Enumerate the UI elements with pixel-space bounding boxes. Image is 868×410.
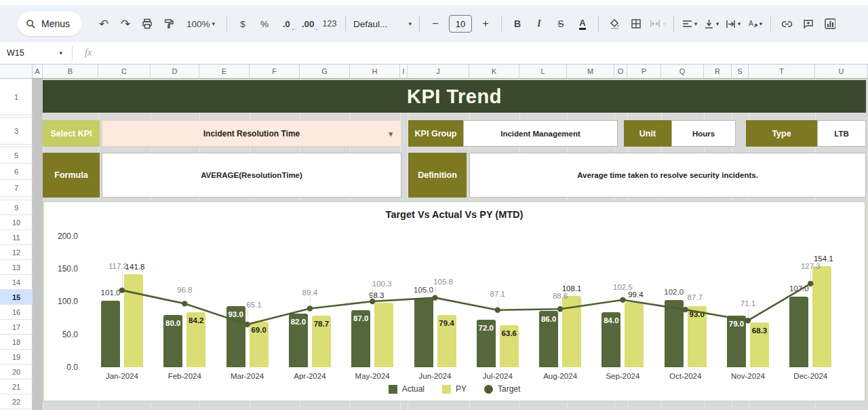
column-header-d[interactable]: D [151, 64, 199, 78]
increase-font-size-button[interactable]: + [477, 14, 494, 33]
redo-button[interactable]: ↷ [117, 14, 134, 33]
column-header-c[interactable]: C [98, 64, 151, 78]
type-label: Type [746, 120, 817, 147]
column-header-s[interactable]: S [732, 64, 749, 78]
column-header-e[interactable]: E [199, 64, 250, 78]
row-header-16[interactable]: 16 [0, 305, 33, 320]
actual-label: 102.0 [664, 288, 684, 296]
column-header-a[interactable]: A [33, 64, 43, 78]
format-currency-button[interactable]: $ [234, 14, 252, 33]
column-header-q[interactable]: Q [661, 64, 704, 78]
py-label: 78.7 [314, 320, 329, 328]
more-formats-button[interactable]: 123 [321, 14, 338, 33]
row-header-20[interactable]: 20 [0, 365, 33, 379]
column-header-j[interactable]: J [408, 64, 469, 78]
row-header-3[interactable]: 3 [0, 118, 33, 145]
definition-value[interactable]: Average time taken to resolve security i… [469, 153, 866, 198]
merge-cells-button[interactable]: ▾ [649, 14, 667, 33]
text-rotation-button[interactable]: A ▾ [746, 14, 764, 33]
name-box[interactable]: W15 ▾ [0, 48, 68, 58]
column-header-p[interactable]: P [627, 64, 661, 78]
column-header-b[interactable]: B [43, 64, 98, 78]
column-header-o[interactable]: O [614, 64, 627, 78]
column-header-r[interactable]: R [704, 64, 732, 78]
x-axis-label: Mar-2024 [231, 372, 264, 380]
column-header-h[interactable]: H [350, 64, 400, 78]
row-header-18[interactable]: 18 [0, 335, 33, 350]
row-header-7[interactable]: 7 [0, 180, 33, 197]
py-label: 141.8 [125, 263, 145, 271]
row-header-21[interactable]: 21 [0, 379, 33, 394]
column-header-l[interactable]: L [519, 64, 567, 78]
unit-value[interactable]: Hours [671, 120, 736, 147]
column-header-f[interactable]: F [250, 64, 300, 78]
formula-label: Formula [43, 153, 100, 198]
format-percent-button[interactable]: % [256, 14, 273, 33]
row-header-1[interactable]: 1 [0, 79, 33, 115]
decrease-decimals-button[interactable]: .0← [277, 14, 295, 33]
legend-item-target: Target [484, 384, 520, 394]
horizontal-align-button[interactable]: ▾ [681, 14, 698, 33]
text-wrap-button[interactable]: ▾ [724, 14, 742, 33]
target-label: 87.7 [687, 293, 702, 301]
row-headers: 13567910111213141516171819202122 [0, 79, 33, 410]
borders-button[interactable] [627, 14, 645, 33]
fill-color-button[interactable] [606, 14, 623, 33]
undo-button[interactable]: ↶ [95, 14, 113, 33]
menus-button[interactable]: Menus [18, 12, 82, 36]
column-header-u[interactable]: U [815, 64, 868, 78]
vertical-align-button[interactable]: ▾ [703, 14, 720, 33]
kpi-group-value[interactable]: Incident Management [463, 120, 618, 147]
target-point [307, 305, 313, 311]
row-header-19[interactable]: 19 [0, 350, 33, 365]
row-header-10[interactable]: 10 [0, 215, 33, 230]
row-header-11[interactable]: 11 [0, 230, 33, 245]
column-header-i[interactable]: I [400, 64, 408, 78]
row-header-22[interactable]: 22 [0, 394, 33, 409]
print-button[interactable] [138, 14, 156, 33]
column-header-m[interactable]: M [567, 64, 614, 78]
text-color-button[interactable]: A [574, 14, 591, 33]
legend-label: Actual [402, 384, 425, 394]
increase-decimals-button[interactable]: .00→ [299, 14, 317, 33]
row-header-14[interactable]: 14 [0, 275, 33, 290]
actual-label: 86.0 [541, 315, 556, 323]
formula-value[interactable]: AVERAGE(ResolutionTime) [102, 153, 401, 198]
font-size-input[interactable]: 10 [449, 15, 472, 33]
target-label: 65.1 [246, 301, 261, 309]
grid-corner[interactable] [0, 64, 33, 79]
formula-input[interactable] [92, 42, 868, 64]
row-header-5[interactable]: 5 [0, 147, 33, 164]
insert-comment-button[interactable] [800, 14, 817, 33]
kpi-trend-chart[interactable]: Target Vs Actual Vs PY (MTD) 200.0150.01… [43, 201, 866, 402]
column-header-k[interactable]: K [469, 64, 519, 78]
borders-icon [631, 18, 642, 29]
insert-chart-button[interactable] [821, 14, 839, 33]
py-bar [124, 274, 143, 367]
bold-button[interactable]: B [509, 14, 526, 33]
column-header-t[interactable]: T [749, 64, 815, 78]
row-header-13[interactable]: 13 [0, 260, 33, 275]
legend-label: Target [498, 384, 520, 394]
paint-format-button[interactable] [160, 14, 178, 33]
decrease-font-size-button[interactable]: − [427, 14, 444, 33]
row-header-6[interactable]: 6 [0, 164, 33, 180]
italic-button[interactable]: I [530, 14, 548, 33]
strikethrough-button[interactable]: S [552, 14, 570, 33]
target-leader-line [686, 303, 686, 306]
target-label: 102.5 [613, 283, 633, 291]
comment-icon [803, 18, 814, 29]
row-header-17[interactable]: 17 [0, 320, 33, 335]
x-axis-label: Jul-2024 [483, 372, 513, 380]
font-select[interactable]: Defaul...▾ [353, 19, 412, 29]
kpi-dropdown[interactable]: Incident Resolution Time ▾ [102, 120, 401, 147]
insert-link-button[interactable] [778, 14, 795, 33]
row-header-9[interactable]: 9 [0, 200, 33, 215]
type-value[interactable]: LTB [817, 120, 866, 147]
zoom-select[interactable]: 100%▾ [182, 14, 220, 33]
row-header-12[interactable]: 12 [0, 245, 33, 260]
actual-label: 87.0 [353, 314, 368, 322]
name-box-value: W15 [7, 48, 24, 58]
row-header-15[interactable]: 15 [0, 290, 33, 305]
column-header-g[interactable]: G [300, 64, 350, 78]
